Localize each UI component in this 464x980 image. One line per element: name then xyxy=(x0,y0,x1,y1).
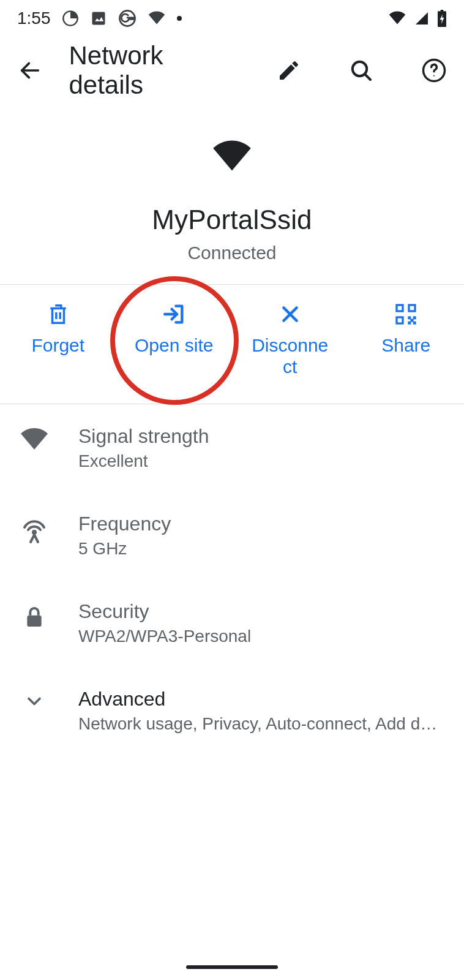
svg-rect-1 xyxy=(92,12,105,25)
share-action[interactable]: Share xyxy=(348,302,465,356)
disconnect-label: Disconnect xyxy=(247,335,333,377)
frequency-title: Frequency xyxy=(78,513,447,535)
gesture-nav-pill[interactable] xyxy=(186,965,278,969)
svg-rect-13 xyxy=(398,318,402,323)
frequency-value: 5 GHz xyxy=(78,539,447,559)
security-value: WPA2/WPA3-Personal xyxy=(78,627,447,646)
network-hero: MyPortalSsid Connected xyxy=(0,104,464,284)
antenna-icon xyxy=(17,513,51,545)
signal-strength-row[interactable]: Signal strength Excellent xyxy=(0,404,464,492)
overflow-dot-icon xyxy=(177,16,182,21)
trash-icon xyxy=(47,302,70,326)
signal-title: Signal strength xyxy=(78,425,447,448)
back-button[interactable] xyxy=(17,56,43,85)
advanced-row[interactable]: Advanced Network usage, Privacy, Auto-co… xyxy=(0,667,464,755)
disconnect-action[interactable]: Disconnect xyxy=(232,302,348,377)
status-bar: 1:55 xyxy=(0,0,464,37)
security-row[interactable]: Security WPA2/WPA3-Personal xyxy=(0,579,464,667)
wifi-large-icon xyxy=(210,140,254,174)
login-arrow-icon xyxy=(161,302,187,326)
help-button[interactable] xyxy=(421,56,447,85)
cell-signal-icon xyxy=(414,11,430,26)
lock-icon xyxy=(17,600,51,632)
search-button[interactable] xyxy=(348,56,374,85)
svg-rect-9 xyxy=(398,306,402,311)
advanced-subtitle: Network usage, Privacy, Auto-connect, Ad… xyxy=(78,714,440,734)
network-ssid: MyPortalSsid xyxy=(152,205,312,235)
image-icon xyxy=(90,10,107,27)
wifi-signal-icon xyxy=(17,425,51,452)
wifi-status-icon xyxy=(388,11,406,26)
edit-button[interactable] xyxy=(276,56,302,85)
data-saver-icon xyxy=(62,10,79,27)
forget-label: Forget xyxy=(31,335,84,356)
chevron-down-icon xyxy=(17,688,51,712)
page-title: Network details xyxy=(69,41,224,100)
open-site-action[interactable]: Open site xyxy=(116,302,233,356)
network-status: Connected xyxy=(187,243,276,263)
details-list: Signal strength Excellent Frequency 5 GH… xyxy=(0,404,464,755)
wifi-small-icon xyxy=(148,11,166,26)
share-label: Share xyxy=(381,335,430,356)
app-bar: Network details xyxy=(0,37,464,104)
battery-charging-icon xyxy=(437,10,447,27)
security-title: Security xyxy=(78,600,447,623)
google-icon xyxy=(118,9,137,28)
svg-rect-11 xyxy=(410,306,414,311)
signal-value: Excellent xyxy=(78,451,447,471)
qr-code-icon xyxy=(394,302,418,326)
svg-rect-4 xyxy=(441,10,444,12)
close-icon xyxy=(279,302,301,326)
svg-rect-18 xyxy=(411,319,414,322)
advanced-title: Advanced xyxy=(78,688,447,710)
frequency-row[interactable]: Frequency 5 GHz xyxy=(0,492,464,579)
forget-action[interactable]: Forget xyxy=(0,302,116,356)
svg-point-7 xyxy=(433,75,435,77)
action-row: Forget Open site Disconnect Share xyxy=(0,284,464,404)
statusbar-time: 1:55 xyxy=(17,9,51,28)
svg-rect-20 xyxy=(27,616,41,627)
open-site-label: Open site xyxy=(135,335,213,356)
